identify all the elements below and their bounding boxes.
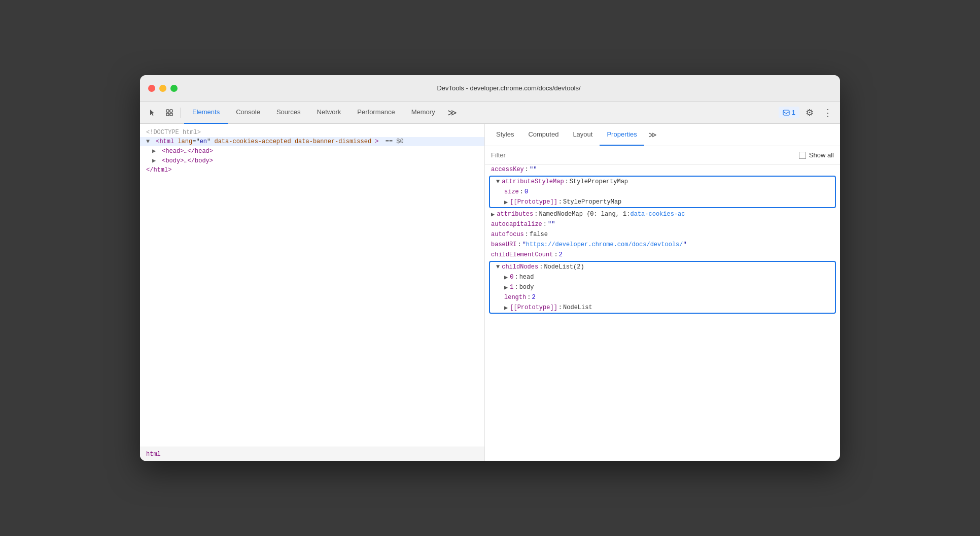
prop-prototype-nodelist[interactable]: ▶ [[Prototype]] : NodeList [490,303,835,313]
prop-node-0[interactable]: ▶ 0 : head [490,272,835,282]
html-tag-line[interactable]: ▼ <html lang="en" data-cookies-accepted … [140,137,484,146]
prop-childElementCount: childElementCount : 2 [485,250,840,260]
prop-size: size : 0 [490,187,835,197]
svg-rect-2 [166,113,169,116]
maximize-button[interactable] [170,85,178,92]
prop-childNodes[interactable]: ▼ childNodes : NodeList(2) [490,262,835,272]
notifications-badge[interactable]: 1 [779,107,799,118]
expand-arrow-html[interactable]: ▼ [146,138,152,145]
expand-arrow-body[interactable]: ▶ [152,157,158,164]
prop-autocapitalize: autocapitalize : "" [485,219,840,229]
doctype-line: <!DOCTYPE html> [140,128,484,137]
prop-accessKey: accessKey : "" [485,164,840,175]
settings-button[interactable]: ⚙ [801,105,818,121]
expand-prototype-style[interactable]: ▶ [504,198,508,206]
body-line[interactable]: ▶ <body>…</body> [140,156,484,165]
show-all-checkbox[interactable] [799,152,806,159]
tab-styles[interactable]: Styles [489,124,521,146]
right-panel: Styles Computed Layout Properties ≫ Sh [485,124,840,461]
svg-rect-3 [170,113,172,116]
tab-memory[interactable]: Memory [403,102,443,124]
svg-rect-4 [783,110,789,115]
head-line[interactable]: ▶ <head>…</head> [140,146,484,156]
prop-attributeStyleMap[interactable]: ▼ attributeStyleMap : StylePropertyMap [490,177,835,187]
tab-elements[interactable]: Elements [184,102,228,124]
breadcrumb: html [140,447,484,461]
tab-console[interactable]: Console [228,102,268,124]
prop-attributes[interactable]: ▶ attributes : NamedNodeMap {0: lang, 1:… [485,209,840,219]
filter-bar: Show all [485,146,840,164]
filter-input[interactable] [491,151,795,159]
html-close-line: </html> [140,165,484,175]
tab-network[interactable]: Network [309,102,349,124]
expand-attributeStyleMap[interactable]: ▼ [496,178,500,185]
prop-baseURI: baseURI : "https://developer.chrome.com/… [485,240,840,250]
tab-layout[interactable]: Layout [566,124,600,146]
panel-tabs: Styles Computed Layout Properties ≫ [485,124,840,146]
close-button[interactable] [148,85,155,92]
prop-prototype-style[interactable]: ▶ [[Prototype]] : StylePropertyMap [490,197,835,207]
more-tabs-button[interactable]: ≫ [443,102,461,124]
toolbar-right: 1 ⚙ ⋮ [779,105,836,121]
prop-attributeStyleMap-box: ▼ attributeStyleMap : StylePropertyMap s… [489,176,836,208]
expand-attributes[interactable]: ▶ [491,211,495,218]
expand-prototype-nodelist[interactable]: ▶ [504,304,508,312]
prop-length: length : 2 [490,292,835,303]
show-all-area: Show all [799,151,834,159]
expand-node-1[interactable]: ▶ [504,284,508,291]
prop-childNodes-box: ▼ childNodes : NodeList(2) ▶ 0 : head ▶ … [489,261,836,314]
tab-properties[interactable]: Properties [600,124,644,146]
toolbar-divider [181,108,181,118]
tab-performance[interactable]: Performance [349,102,403,124]
devtools-window: DevTools - developer.chrome.com/docs/dev… [140,75,840,461]
window-title: DevTools - developer.chrome.com/docs/dev… [186,84,832,92]
main-content: <!DOCTYPE html> ▼ <html lang="en" data-c… [140,124,840,461]
tab-sources[interactable]: Sources [268,102,309,124]
expand-arrow-head[interactable]: ▶ [152,147,158,155]
inspect-icon[interactable] [161,105,178,121]
properties-area[interactable]: accessKey : "" ▼ attributeStyleMap : Sty… [485,164,840,461]
cursor-icon[interactable] [144,105,160,121]
show-all-label: Show all [809,151,834,159]
title-bar: DevTools - developer.chrome.com/docs/dev… [140,75,840,102]
main-tab-bar: Elements Console Sources Network Perform… [184,102,778,124]
more-panel-tabs[interactable]: ≫ [644,124,661,146]
minimize-button[interactable] [159,85,166,92]
prop-node-1[interactable]: ▶ 1 : body [490,282,835,292]
expand-childNodes[interactable]: ▼ [496,263,500,271]
prop-autofocus: autofocus : false [485,229,840,240]
svg-rect-1 [170,110,172,112]
traffic-lights [148,85,178,92]
devtools-toolbar: Elements Console Sources Network Perform… [140,102,840,124]
expand-node-0[interactable]: ▶ [504,274,508,281]
svg-rect-0 [166,110,169,112]
elements-panel: <!DOCTYPE html> ▼ <html lang="en" data-c… [140,124,485,461]
more-options-button[interactable]: ⋮ [820,105,836,121]
dom-tree[interactable]: <!DOCTYPE html> ▼ <html lang="en" data-c… [140,124,484,447]
tab-computed[interactable]: Computed [521,124,566,146]
